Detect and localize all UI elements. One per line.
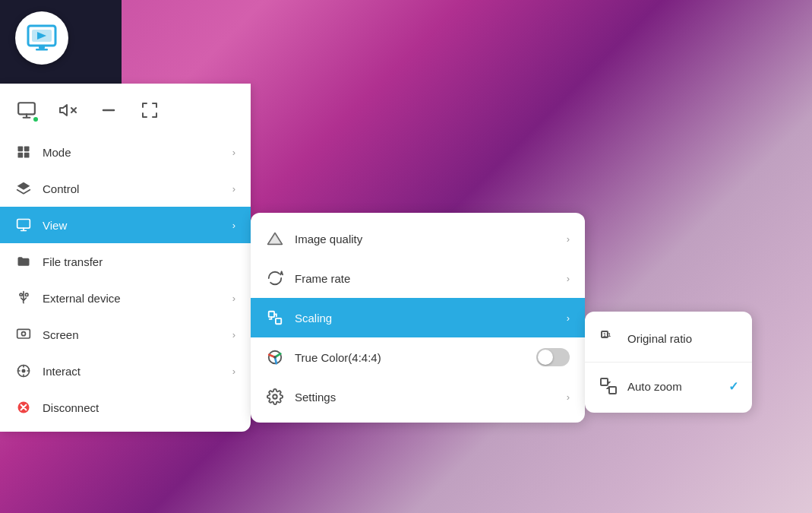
- scaling-original-ratio[interactable]: 1:1 Original ratio: [585, 318, 752, 359]
- image-quality-label: Image quality: [295, 233, 556, 245]
- settings-chevron: ›: [567, 391, 570, 403]
- image-quality-chevron: ›: [567, 233, 570, 245]
- menu-item-file-transfer[interactable]: File transfer: [0, 243, 251, 280]
- svg-rect-4: [18, 103, 35, 114]
- triangle-icon: [266, 230, 284, 248]
- folder-icon: [15, 253, 32, 270]
- mute-button[interactable]: [53, 96, 82, 125]
- view-label: View: [43, 219, 222, 232]
- submenu-true-color[interactable]: True Color(4:4:4): [251, 337, 585, 377]
- submenu-scaling[interactable]: Scaling ›: [251, 298, 585, 337]
- svg-rect-20: [269, 312, 274, 317]
- frame-rate-label: Frame rate: [295, 272, 556, 285]
- external-device-chevron: ›: [232, 293, 235, 304]
- svg-point-23: [273, 356, 276, 359]
- control-label: Control: [43, 182, 222, 195]
- svg-point-16: [22, 332, 26, 336]
- ratio-icon: 1:1: [599, 328, 618, 348]
- grid-icon: [15, 144, 32, 160]
- submenu-frame-rate[interactable]: Frame rate ›: [251, 258, 585, 298]
- svg-rect-2: [39, 46, 45, 49]
- mode-label: Mode: [43, 146, 222, 159]
- interact-icon: [15, 363, 32, 379]
- view-submenu: Image quality › Frame rate › Scaling ›: [251, 213, 585, 423]
- color-wheel-icon: [266, 348, 284, 366]
- svg-rect-9: [24, 147, 30, 152]
- scaling-chevron: ›: [567, 312, 570, 324]
- disconnect-icon: [15, 399, 32, 416]
- svg-rect-10: [18, 153, 24, 158]
- svg-rect-8: [18, 147, 24, 152]
- svg-text:1:1: 1:1: [603, 332, 611, 337]
- refresh-icon: [266, 269, 284, 287]
- scaling-submenu: 1:1 Original ratio Auto zoom ✓: [585, 312, 752, 413]
- layers-icon: [15, 180, 32, 197]
- menu-item-mode[interactable]: Mode ›: [0, 134, 251, 170]
- app-logo[interactable]: [15, 11, 68, 65]
- control-chevron: ›: [232, 183, 235, 195]
- monitor-icon: [15, 217, 32, 233]
- menu-item-screen[interactable]: Screen ›: [0, 316, 251, 353]
- screen-label: Screen: [43, 328, 222, 341]
- auto-zoom-label: Auto zoom: [627, 380, 719, 393]
- svg-rect-27: [601, 378, 608, 385]
- true-color-label: True Color(4:4:4): [295, 351, 526, 364]
- menu-item-disconnect[interactable]: Disconnect: [0, 389, 251, 426]
- svg-rect-28: [609, 387, 616, 394]
- svg-rect-12: [17, 220, 30, 229]
- svg-rect-15: [17, 329, 30, 338]
- mode-chevron: ›: [232, 147, 235, 158]
- screen-button[interactable]: [12, 96, 41, 125]
- svg-point-13: [20, 293, 22, 296]
- original-ratio-label: Original ratio: [627, 332, 738, 345]
- interact-label: Interact: [43, 365, 222, 378]
- screen-menu-icon: [15, 326, 32, 343]
- menu-item-interact[interactable]: Interact ›: [0, 353, 251, 389]
- svg-rect-14: [26, 293, 28, 296]
- submenu-settings[interactable]: Settings ›: [251, 377, 585, 416]
- interact-chevron: ›: [232, 366, 235, 377]
- true-color-toggle[interactable]: [536, 348, 570, 366]
- scaling-divider: [585, 362, 752, 363]
- status-dot: [32, 116, 39, 123]
- auto-zoom-check: ✓: [728, 379, 738, 394]
- fullscreen-button[interactable]: [135, 96, 164, 125]
- svg-point-18: [22, 369, 26, 373]
- view-chevron: ›: [232, 220, 235, 231]
- usb-icon: [15, 290, 32, 306]
- settings-label: Settings: [295, 391, 556, 404]
- disconnect-label: Disconnect: [43, 401, 235, 414]
- menu-item-external-device[interactable]: External device ›: [0, 280, 251, 316]
- toggle-knob: [538, 350, 553, 365]
- svg-point-24: [273, 394, 277, 399]
- autozoom-icon: [599, 376, 618, 396]
- frame-rate-chevron: ›: [567, 273, 570, 284]
- svg-rect-3: [36, 49, 48, 51]
- svg-rect-11: [24, 153, 30, 158]
- external-device-label: External device: [43, 292, 222, 305]
- gear-icon: [266, 388, 284, 406]
- main-menu: Mode › Control › View › File: [0, 84, 251, 432]
- scaling-label: Scaling: [295, 312, 556, 325]
- menu-item-view[interactable]: View ›: [0, 207, 251, 243]
- minimize-button[interactable]: [94, 96, 123, 125]
- menu-item-control[interactable]: Control ›: [0, 170, 251, 207]
- svg-rect-21: [276, 318, 281, 324]
- submenu-image-quality[interactable]: Image quality ›: [251, 219, 585, 258]
- scaling-icon: [266, 309, 284, 327]
- file-transfer-label: File transfer: [43, 255, 235, 268]
- menu-top-icons: [0, 90, 251, 134]
- screen-chevron: ›: [232, 329, 235, 340]
- scaling-auto-zoom[interactable]: Auto zoom ✓: [585, 366, 752, 407]
